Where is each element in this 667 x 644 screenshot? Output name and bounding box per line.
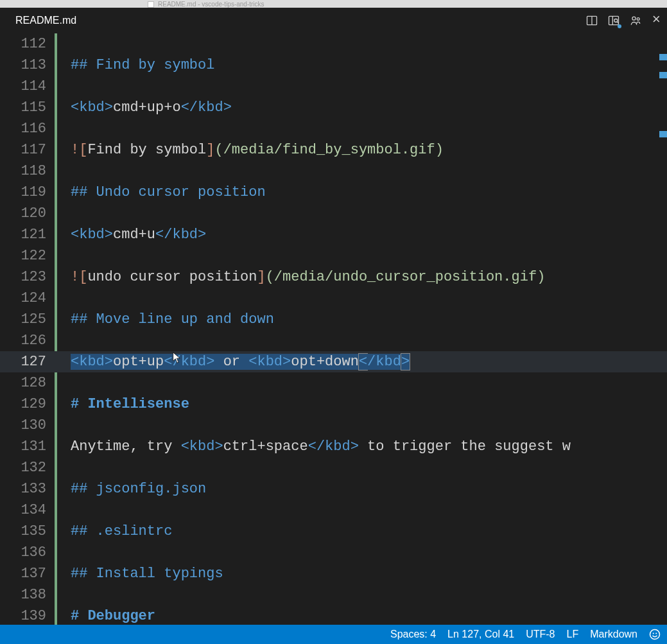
- code-line[interactable]: 116: [0, 118, 667, 139]
- code-line[interactable]: 112: [0, 33, 667, 55]
- code-editor[interactable]: 112113## Find by symbol114115<kbd>cmd+up…: [0, 33, 667, 627]
- line-number: 131: [0, 436, 51, 457]
- code-line[interactable]: 125## Move line up and down: [0, 309, 667, 330]
- line-content[interactable]: [51, 76, 71, 97]
- line-content[interactable]: # Intellisense: [51, 394, 189, 415]
- more-actions-icon[interactable]: [629, 14, 642, 27]
- code-line[interactable]: 139# Debugger: [0, 605, 667, 627]
- status-bar: Spaces: 4 Ln 127, Col 41 UTF-8 LF Markdo…: [0, 625, 667, 644]
- svg-point-7: [637, 18, 639, 21]
- line-content[interactable]: ![Find by symbol](/media/find_by_symbol.…: [51, 139, 444, 161]
- status-eol[interactable]: LF: [567, 629, 579, 640]
- code-line[interactable]: 131Anytime, try <kbd>ctrl+space</kbd> to…: [0, 436, 667, 457]
- line-number: 125: [0, 309, 51, 330]
- line-content[interactable]: [51, 372, 71, 394]
- line-number: 134: [0, 500, 51, 521]
- code-line[interactable]: 137## Install typings: [0, 563, 667, 584]
- line-content[interactable]: ## jsconfig.json: [51, 478, 206, 500]
- line-number: 137: [0, 563, 51, 584]
- line-content[interactable]: [51, 33, 71, 55]
- line-content[interactable]: [51, 203, 71, 224]
- line-content[interactable]: [51, 584, 71, 605]
- code-line[interactable]: 127<kbd>opt+up</kbd> or <kbd>opt+down</k…: [0, 351, 667, 372]
- line-content[interactable]: ![undo cursor position](/media/undo_curs…: [51, 266, 545, 288]
- code-line[interactable]: 117![Find by symbol](/media/find_by_symb…: [0, 139, 667, 161]
- line-content[interactable]: [51, 118, 71, 139]
- editor-viewport[interactable]: 112113## Find by symbol114115<kbd>cmd+up…: [0, 33, 667, 625]
- os-window-tab-title: README.md - vscode-tips-and-tricks: [158, 1, 264, 8]
- line-content[interactable]: ## .eslintrc: [51, 521, 172, 542]
- line-number: 130: [0, 415, 51, 436]
- code-line[interactable]: 129# Intellisense: [0, 394, 667, 415]
- line-number: 119: [0, 182, 51, 203]
- code-line[interactable]: 135## .eslintrc: [0, 521, 667, 542]
- line-content[interactable]: [51, 415, 71, 436]
- line-content[interactable]: <kbd>opt+up</kbd> or <kbd>opt+down</kbd>: [51, 351, 410, 372]
- status-cursor[interactable]: Ln 127, Col 41: [447, 629, 514, 640]
- overview-ruler[interactable]: [658, 33, 667, 625]
- line-content[interactable]: Anytime, try <kbd>ctrl+space</kbd> to tr…: [51, 436, 571, 457]
- status-indent[interactable]: Spaces: 4: [390, 629, 436, 640]
- editor-tab-label: README.md: [15, 15, 76, 26]
- code-line[interactable]: 134: [0, 500, 667, 521]
- code-line[interactable]: 123![undo cursor position](/media/undo_c…: [0, 266, 667, 288]
- svg-point-6: [632, 17, 636, 20]
- line-number: 135: [0, 521, 51, 542]
- feedback-icon[interactable]: [649, 629, 661, 640]
- line-content[interactable]: ## Find by symbol: [51, 55, 214, 76]
- overview-mark: [659, 72, 667, 78]
- svg-point-8: [650, 630, 660, 640]
- line-number: 127: [0, 351, 51, 372]
- close-editor-icon[interactable]: ×: [651, 13, 662, 28]
- line-number: 138: [0, 584, 51, 605]
- line-number: 113: [0, 55, 51, 76]
- line-number: 114: [0, 76, 51, 97]
- preview-badge-icon: [618, 24, 621, 28]
- code-line[interactable]: 121<kbd>cmd+u</kbd>: [0, 224, 667, 245]
- line-content[interactable]: [51, 542, 71, 563]
- line-content[interactable]: ## Install typings: [51, 563, 223, 584]
- line-content[interactable]: [51, 457, 71, 478]
- line-content[interactable]: ## Move line up and down: [51, 309, 274, 330]
- status-language[interactable]: Markdown: [590, 629, 637, 640]
- line-content[interactable]: [51, 330, 71, 351]
- code-line[interactable]: 122: [0, 245, 667, 266]
- code-line[interactable]: 138: [0, 584, 667, 605]
- code-line[interactable]: 119## Undo cursor position: [0, 182, 667, 203]
- code-line[interactable]: 128: [0, 372, 667, 394]
- svg-point-10: [655, 632, 657, 634]
- overview-mark: [659, 54, 667, 60]
- split-editor-icon[interactable]: [585, 14, 598, 27]
- line-number: 118: [0, 161, 51, 182]
- line-content[interactable]: <kbd>cmd+u</kbd>: [51, 224, 206, 245]
- line-number: 120: [0, 203, 51, 224]
- line-number: 126: [0, 330, 51, 351]
- code-line[interactable]: 124: [0, 288, 667, 309]
- code-line[interactable]: 132: [0, 457, 667, 478]
- line-content[interactable]: # Debugger: [51, 605, 155, 627]
- line-content[interactable]: [51, 288, 71, 309]
- line-content[interactable]: <kbd>cmd+up+o</kbd>: [51, 97, 232, 118]
- line-number: 128: [0, 372, 51, 394]
- code-line[interactable]: 136: [0, 542, 667, 563]
- line-number: 132: [0, 457, 51, 478]
- code-line[interactable]: 126: [0, 330, 667, 351]
- checkbox-icon: [148, 1, 154, 8]
- code-line[interactable]: 115<kbd>cmd+up+o</kbd>: [0, 97, 667, 118]
- code-line[interactable]: 113## Find by symbol: [0, 55, 667, 76]
- line-content[interactable]: ## Undo cursor position: [51, 182, 266, 203]
- line-content[interactable]: [51, 161, 71, 182]
- code-line[interactable]: 118: [0, 161, 667, 182]
- line-number: 139: [0, 605, 51, 627]
- line-number: 117: [0, 139, 51, 161]
- code-line[interactable]: 133## jsconfig.json: [0, 478, 667, 500]
- line-number: 115: [0, 97, 51, 118]
- editor-tab-readme[interactable]: README.md: [0, 8, 92, 33]
- code-line[interactable]: 114: [0, 76, 667, 97]
- status-encoding[interactable]: UTF-8: [526, 629, 555, 640]
- line-content[interactable]: [51, 245, 71, 266]
- code-line[interactable]: 120: [0, 203, 667, 224]
- code-line[interactable]: 130: [0, 415, 667, 436]
- line-content[interactable]: [51, 500, 71, 521]
- open-preview-icon[interactable]: [607, 14, 620, 27]
